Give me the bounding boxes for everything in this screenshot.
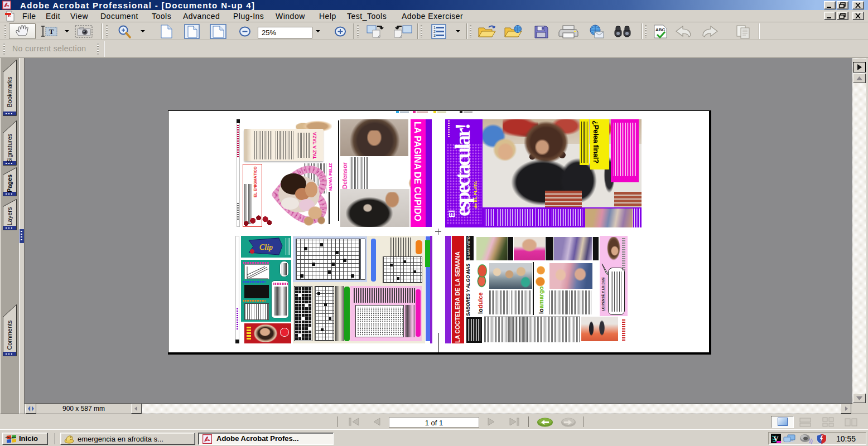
svg-text:T: T [49, 27, 54, 36]
svg-text:Clip: Clip [259, 243, 273, 251]
svg-text:Bookmarks: Bookmarks [6, 76, 13, 108]
svg-text:2: 2 [433, 30, 436, 33]
svg-text:ABC: ABC [655, 27, 666, 32]
svg-text:Comments: Comments [6, 320, 13, 350]
svg-text:Pages: Pages [6, 174, 13, 192]
svg-text:3: 3 [433, 33, 436, 37]
svg-text:Signatures: Signatures [6, 133, 13, 163]
svg-text:1: 1 [433, 26, 436, 30]
svg-text:Layers: Layers [6, 207, 13, 226]
